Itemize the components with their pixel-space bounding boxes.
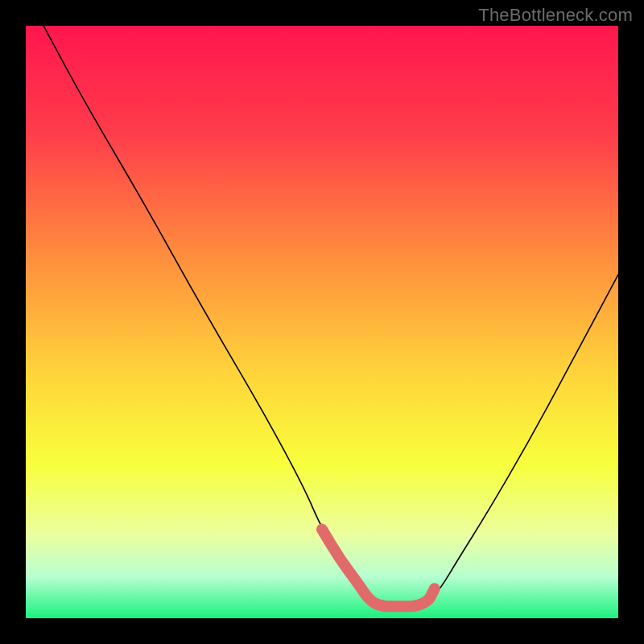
curve-layer (26, 26, 618, 618)
chart-frame: TheBottleneck.com (0, 0, 644, 644)
optimal-zone-highlight (322, 530, 435, 607)
watermark-text: TheBottleneck.com (478, 5, 633, 26)
bottleneck-curve (43, 26, 618, 606)
plot-area (26, 26, 618, 618)
